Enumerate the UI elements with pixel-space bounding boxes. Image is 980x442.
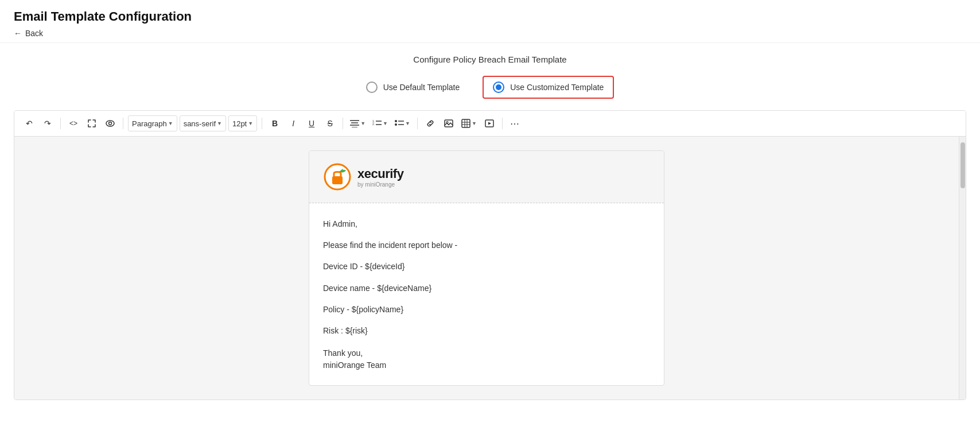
template-options: Use Default Template Use Customized Temp… [14, 76, 966, 99]
italic-button[interactable]: I [285, 115, 301, 131]
paragraph-dropdown[interactable]: Paragraph ▼ [128, 115, 177, 131]
toolbar-divider-2 [123, 118, 123, 129]
email-line5: Risk : ${risk} [323, 324, 650, 338]
align-chevron: ▼ [360, 121, 365, 126]
email-logo: xecurify by miniOrange [323, 162, 650, 191]
scrollbar-thumb[interactable] [960, 142, 965, 188]
xecurify-logo-icon [323, 162, 352, 191]
email-line4: Policy - ${policyName} [323, 303, 650, 317]
editor-toolbar: ↶ ↷ <> Paragraph [14, 111, 966, 137]
logo-main-text: xecurify [357, 166, 403, 181]
bold-button[interactable]: B [267, 115, 283, 131]
page-title: Email Template Configuration [14, 9, 966, 24]
editor-content-area[interactable]: xecurify by miniOrange Hi Admin, Please … [14, 137, 959, 400]
underline-button[interactable]: U [304, 115, 320, 131]
ordered-list-chevron: ▼ [383, 121, 388, 126]
email-body-content[interactable]: Hi Admin, Please find the incident repor… [309, 203, 664, 385]
email-line2: Device ID - ${deviceId} [323, 259, 650, 274]
media-button[interactable] [481, 115, 497, 131]
email-preview: xecurify by miniOrange Hi Admin, Please … [309, 150, 664, 386]
default-template-label: Use Default Template [383, 83, 460, 92]
paragraph-chevron: ▼ [168, 121, 173, 126]
back-arrow-icon: ← [14, 29, 22, 38]
customized-template-wrapper: Use Customized Template [483, 76, 614, 99]
main-content: Configure Policy Breach Email Template U… [0, 43, 980, 412]
code-button[interactable]: <> [65, 115, 81, 131]
font-chevron: ▼ [217, 121, 222, 126]
undo-button[interactable]: ↶ [21, 115, 37, 131]
svg-point-1 [109, 122, 112, 125]
toolbar-divider-3 [262, 118, 262, 129]
page-header: Email Template Configuration ← Back [0, 0, 980, 43]
fullscreen-button[interactable] [84, 115, 100, 131]
email-line3: Device name - ${deviceName} [323, 281, 650, 296]
email-signature: Thank you, miniOrange Team [323, 347, 650, 371]
table-chevron: ▼ [472, 121, 477, 126]
signature-line2: miniOrange Team [323, 359, 650, 371]
align-dropdown[interactable]: ▼ [348, 115, 368, 131]
editor-body: xecurify by miniOrange Hi Admin, Please … [14, 137, 966, 400]
paragraph-label: Paragraph [132, 119, 167, 128]
more-options-button[interactable]: ⋯ [507, 115, 523, 131]
back-button[interactable]: ← Back [14, 29, 43, 38]
logo-text-group: xecurify by miniOrange [357, 166, 403, 188]
svg-text:2.: 2. [372, 122, 375, 126]
customized-template-option[interactable]: Use Customized Template [493, 82, 604, 93]
toolbar-divider-6 [502, 118, 503, 129]
svg-rect-16 [462, 119, 470, 127]
link-button[interactable] [422, 115, 438, 131]
ordered-list-dropdown[interactable]: 1. 2. ▼ [370, 115, 390, 131]
default-template-radio[interactable] [366, 82, 378, 93]
logo-sub-text: by miniOrange [357, 181, 403, 188]
radio-inner-dot [496, 84, 501, 90]
preview-button[interactable] [102, 115, 118, 131]
table-dropdown[interactable]: ▼ [459, 115, 479, 131]
svg-rect-23 [332, 176, 343, 184]
section-title: Configure Policy Breach Email Template [14, 55, 966, 64]
redo-button[interactable]: ↷ [40, 115, 56, 131]
customized-template-label: Use Customized Template [510, 83, 604, 92]
default-template-option[interactable]: Use Default Template [366, 82, 460, 93]
size-chevron: ▼ [248, 121, 253, 126]
font-label: sans-serif [184, 119, 216, 128]
toolbar-divider-5 [417, 118, 418, 129]
toolbar-divider-1 [60, 118, 61, 129]
unordered-list-dropdown[interactable]: ▼ [392, 115, 413, 131]
editor-container: ↶ ↷ <> Paragraph [14, 110, 966, 400]
size-dropdown[interactable]: 12pt ▼ [228, 115, 257, 131]
image-button[interactable] [441, 115, 457, 131]
svg-point-10 [395, 120, 397, 122]
unordered-list-chevron: ▼ [405, 121, 410, 126]
email-line1: Please find the incident report below - [323, 238, 650, 253]
toolbar-divider-4 [343, 118, 343, 129]
email-greeting: Hi Admin, [323, 217, 650, 231]
strikethrough-button[interactable]: S [322, 115, 338, 131]
svg-point-0 [106, 121, 114, 126]
svg-point-12 [395, 123, 397, 126]
font-dropdown[interactable]: sans-serif ▼ [180, 115, 226, 131]
scrollbar-track[interactable] [959, 137, 966, 400]
back-label: Back [25, 29, 43, 38]
size-label: 12pt [232, 119, 247, 128]
email-header: xecurify by miniOrange [309, 151, 664, 203]
signature-line1: Thank you, [323, 347, 650, 359]
customized-template-radio[interactable] [493, 82, 504, 93]
